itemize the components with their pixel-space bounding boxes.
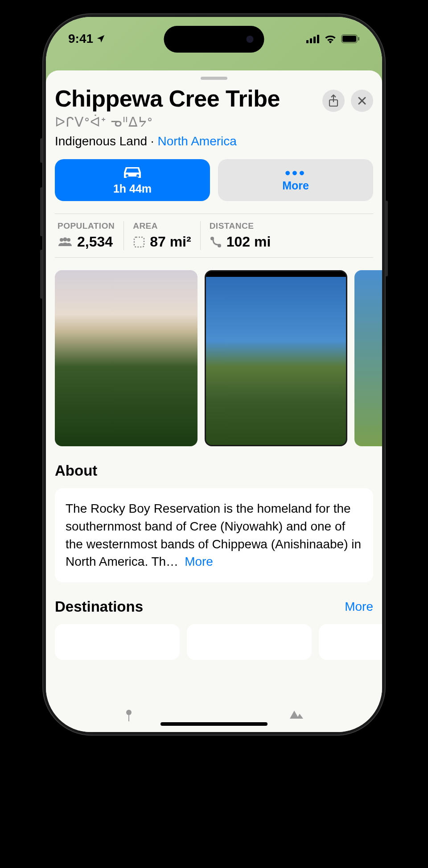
photo-thumbnail[interactable]	[354, 270, 382, 446]
svg-point-10	[67, 238, 70, 242]
svg-rect-6	[358, 37, 359, 41]
directions-button[interactable]: 1h 44m	[55, 159, 210, 201]
close-button[interactable]	[351, 90, 373, 112]
destination-card[interactable]	[319, 624, 382, 660]
place-native-name: ᐅᒋᐯᐤᐋᕀ ᓀᐦᐃᔭᐤ	[55, 114, 322, 130]
about-heading: About	[55, 462, 97, 479]
mountain-icon	[289, 709, 305, 720]
destinations-heading: Destinations	[55, 598, 143, 615]
stat-area: AREA 87 mi²	[123, 221, 200, 250]
more-label: More	[282, 179, 309, 192]
destination-card[interactable]	[55, 624, 180, 660]
photo-thumbnail[interactable]	[55, 270, 198, 446]
svg-rect-2	[313, 37, 316, 43]
share-icon	[328, 95, 339, 107]
pin-icon	[123, 709, 134, 722]
svg-rect-5	[342, 36, 356, 42]
ellipsis-icon: •••	[285, 168, 306, 177]
destinations-more-link[interactable]: More	[345, 600, 373, 614]
wifi-icon	[324, 34, 337, 44]
people-icon	[58, 237, 73, 247]
sheet-grabber[interactable]	[201, 77, 227, 80]
svg-point-8	[60, 238, 63, 242]
cellular-icon	[306, 34, 320, 43]
svg-rect-1	[310, 38, 312, 43]
about-text: The Rocky Boy Reservation is the homelan…	[66, 502, 361, 568]
svg-rect-3	[317, 35, 319, 43]
place-category: Indigenous Land	[55, 134, 147, 148]
place-region-link[interactable]: North America	[157, 134, 236, 148]
close-icon	[357, 96, 367, 106]
drive-duration: 1h 44m	[113, 182, 152, 195]
place-category-line: Indigenous Land · North America	[55, 134, 322, 148]
battery-icon	[341, 34, 360, 43]
photo-gallery[interactable]	[46, 258, 382, 446]
destinations-list[interactable]	[46, 615, 382, 660]
dynamic-island	[164, 26, 264, 53]
svg-rect-15	[128, 714, 129, 721]
place-sheet[interactable]: Chippewa Cree Tribe ᐅᒋᐯᐤᐋᕀ ᓀᐦᐃᔭᐤ Indigen…	[46, 70, 382, 732]
distance-icon	[210, 236, 222, 248]
location-icon	[96, 34, 106, 44]
destination-card[interactable]	[187, 624, 312, 660]
place-title: Chippewa Cree Tribe	[55, 86, 322, 111]
svg-rect-0	[306, 40, 309, 43]
share-button[interactable]	[322, 90, 345, 112]
about-more-link[interactable]: More	[185, 555, 213, 568]
home-indicator[interactable]	[160, 722, 268, 726]
photo-thumbnail[interactable]	[205, 270, 347, 446]
car-icon	[122, 165, 143, 181]
stat-population: POPULATION 2,534	[55, 221, 123, 250]
stat-distance: DISTANCE 102 mi	[200, 221, 280, 250]
area-icon	[133, 236, 145, 248]
about-card[interactable]: The Rocky Boy Reservation is the homelan…	[55, 488, 373, 582]
more-actions-button[interactable]: ••• More	[218, 159, 373, 201]
svg-rect-11	[134, 237, 144, 247]
status-time: 9:41	[68, 32, 93, 46]
svg-point-9	[63, 237, 67, 241]
